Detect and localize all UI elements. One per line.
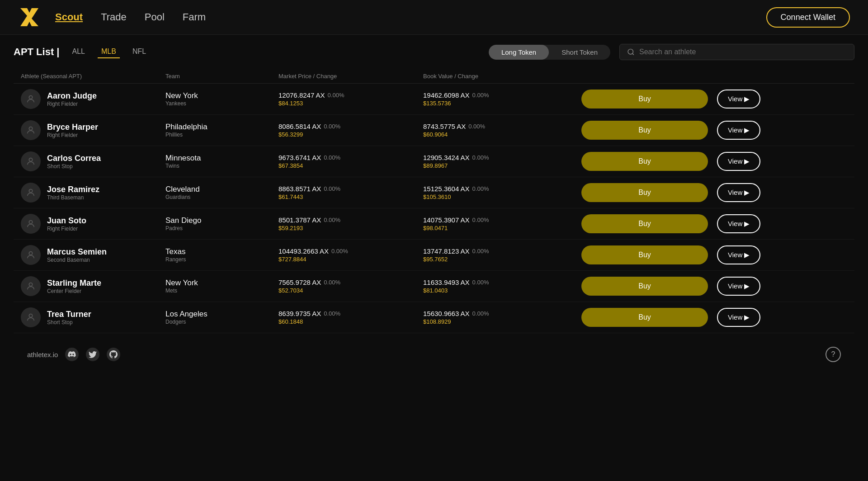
table-header: Athlete (Seasonal APT) Team Market Price… bbox=[14, 69, 854, 84]
short-token-button[interactable]: Short Token bbox=[549, 45, 610, 60]
market-price-change: 0.00% bbox=[324, 217, 340, 223]
buy-cell: Buy bbox=[581, 152, 717, 171]
nav-links: Scout Trade Pool Farm bbox=[55, 11, 206, 23]
athlete-cell: Aaron Judge Right Fielder bbox=[21, 89, 165, 109]
nav-pool[interactable]: Pool bbox=[145, 11, 165, 23]
discord-icon[interactable] bbox=[65, 348, 79, 361]
footer-icons bbox=[65, 348, 120, 361]
book-value-ax: 13747.8123 AX bbox=[423, 247, 470, 255]
book-value-cell: 8743.5775 AX 0.00% $60.9064 bbox=[423, 123, 581, 138]
svg-point-7 bbox=[29, 221, 32, 224]
nav-trade[interactable]: Trade bbox=[101, 11, 127, 23]
connect-wallet-button[interactable]: Connect Wallet bbox=[766, 7, 850, 28]
team-name: Texas bbox=[165, 247, 278, 256]
buy-cell: Buy bbox=[581, 277, 717, 296]
market-price-change: 0.00% bbox=[324, 154, 340, 161]
view-button[interactable]: View ▶ bbox=[717, 152, 760, 171]
avatar bbox=[21, 151, 41, 171]
svg-point-8 bbox=[29, 252, 32, 255]
athlete-info: Aaron Judge Right Fielder bbox=[47, 91, 97, 107]
buy-button[interactable]: Buy bbox=[581, 245, 708, 264]
buy-button[interactable]: Buy bbox=[581, 90, 708, 108]
athlete-info: Jose Ramirez Third Baseman bbox=[47, 185, 99, 201]
col-team: Team bbox=[165, 73, 278, 80]
book-value-cell: 14075.3907 AX 0.00% $98.0471 bbox=[423, 216, 581, 231]
view-button[interactable]: View ▶ bbox=[717, 90, 760, 108]
athlete-cell: Carlos Correa Short Stop bbox=[21, 151, 165, 171]
book-value-cell: 13747.8123 AX 0.00% $95.7652 bbox=[423, 247, 581, 263]
search-input[interactable] bbox=[639, 48, 847, 56]
team-sub: Mets bbox=[165, 288, 278, 294]
buy-button[interactable]: Buy bbox=[581, 214, 708, 233]
buy-cell: Buy bbox=[581, 308, 717, 327]
buy-button[interactable]: Buy bbox=[581, 121, 708, 140]
view-cell: View ▶ bbox=[717, 90, 753, 108]
team-cell: Texas Rangers bbox=[165, 247, 278, 263]
athlete-info: Starling Marte Center Fielder bbox=[47, 278, 101, 294]
filter-nfl[interactable]: NFL bbox=[129, 46, 150, 58]
buy-button[interactable]: Buy bbox=[581, 277, 708, 296]
svg-marker-0 bbox=[20, 8, 38, 26]
svg-point-6 bbox=[29, 189, 32, 193]
filter-all[interactable]: ALL bbox=[69, 46, 89, 58]
athlete-info: Carlos Correa Short Stop bbox=[47, 154, 101, 170]
view-button[interactable]: View ▶ bbox=[717, 277, 760, 296]
athlete-cell: Starling Marte Center Fielder bbox=[21, 276, 165, 296]
market-price-cell: 8863.8571 AX 0.00% $61.7443 bbox=[278, 185, 423, 200]
buy-button[interactable]: Buy bbox=[581, 152, 708, 171]
market-price-change: 0.00% bbox=[331, 248, 348, 255]
view-button[interactable]: View ▶ bbox=[717, 121, 760, 140]
team-cell: San Diego Padres bbox=[165, 216, 278, 231]
github-icon[interactable] bbox=[107, 348, 120, 361]
market-price-usd: $67.3854 bbox=[278, 162, 423, 169]
book-value-change: 0.00% bbox=[472, 92, 489, 99]
twitter-icon[interactable] bbox=[86, 348, 99, 361]
long-token-button[interactable]: Long Token bbox=[489, 45, 549, 60]
svg-point-3 bbox=[29, 96, 32, 99]
buy-cell: Buy bbox=[581, 245, 717, 264]
table-row: Bryce Harper Right Fielder Philadelphia … bbox=[14, 115, 854, 146]
market-price-ax: 104493.2663 AX bbox=[278, 247, 329, 255]
table-row: Trea Turner Short Stop Los Angeles Dodge… bbox=[14, 302, 854, 333]
buy-cell: Buy bbox=[581, 214, 717, 233]
book-value-ax: 19462.6098 AX bbox=[423, 91, 470, 99]
team-sub: Rangers bbox=[165, 256, 278, 263]
book-value-change: 0.00% bbox=[472, 217, 489, 223]
athlete-position: Right Fielder bbox=[47, 101, 97, 107]
market-price-ax: 7565.9728 AX bbox=[278, 278, 321, 286]
view-button[interactable]: View ▶ bbox=[717, 245, 760, 264]
view-button[interactable]: View ▶ bbox=[717, 183, 760, 202]
view-button[interactable]: View ▶ bbox=[717, 214, 760, 233]
buy-button[interactable]: Buy bbox=[581, 308, 708, 327]
nav-farm[interactable]: Farm bbox=[183, 11, 206, 23]
book-value-change: 0.00% bbox=[472, 248, 489, 255]
book-value-usd: $95.7652 bbox=[423, 256, 581, 263]
logo-area: Scout Trade Pool Farm bbox=[18, 6, 206, 28]
filter-mlb[interactable]: MLB bbox=[98, 46, 120, 58]
view-button[interactable]: View ▶ bbox=[717, 308, 760, 327]
table-row: Juan Soto Right Fielder San Diego Padres… bbox=[14, 208, 854, 240]
col-athlete: Athlete (Seasonal APT) bbox=[21, 73, 165, 80]
buy-button[interactable]: Buy bbox=[581, 183, 708, 202]
table-row: Jose Ramirez Third Baseman Cleveland Gua… bbox=[14, 177, 854, 208]
market-price-usd: $60.1848 bbox=[278, 318, 423, 325]
main-content: APT List | ALL MLB NFL Long Token Short … bbox=[0, 35, 868, 380]
buy-cell: Buy bbox=[581, 183, 717, 202]
nav-scout[interactable]: Scout bbox=[55, 11, 83, 23]
svg-point-10 bbox=[29, 314, 32, 317]
team-cell: Cleveland Guardians bbox=[165, 185, 278, 200]
team-cell: New York Yankees bbox=[165, 91, 278, 107]
col-market-price: Market Price / Change bbox=[278, 73, 423, 80]
help-button[interactable]: ? bbox=[826, 347, 841, 362]
view-cell: View ▶ bbox=[717, 152, 753, 171]
book-value-ax: 12905.3424 AX bbox=[423, 154, 470, 161]
market-price-usd: $56.3299 bbox=[278, 131, 423, 138]
team-cell: New York Mets bbox=[165, 278, 278, 294]
book-value-change: 0.00% bbox=[472, 185, 489, 192]
team-name: San Diego bbox=[165, 216, 278, 225]
book-value-cell: 15125.3604 AX 0.00% $105.3610 bbox=[423, 185, 581, 200]
avatar bbox=[21, 245, 41, 265]
avatar bbox=[21, 276, 41, 296]
market-price-change: 0.00% bbox=[324, 185, 340, 192]
view-cell: View ▶ bbox=[717, 245, 753, 264]
